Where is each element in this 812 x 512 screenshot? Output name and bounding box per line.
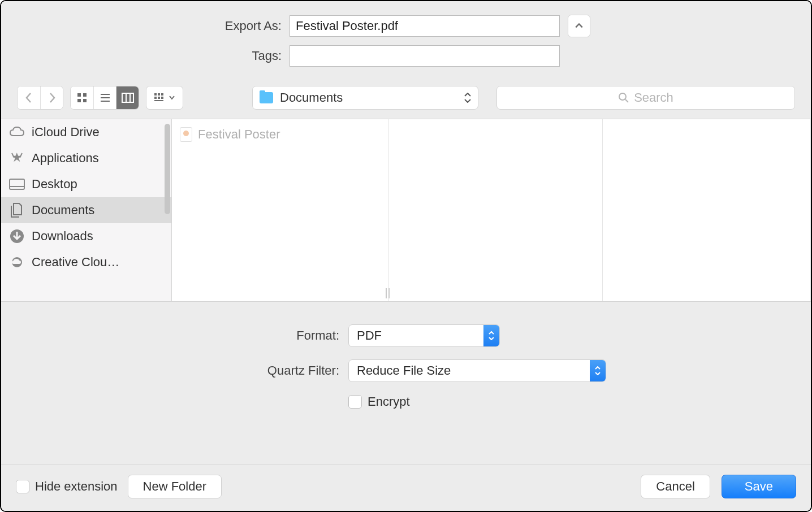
toolbar: Documents Search	[1, 77, 811, 119]
svg-rect-13	[154, 97, 157, 99]
quartz-filter-label: Quartz Filter:	[18, 363, 348, 378]
location-label: Documents	[280, 90, 464, 105]
browser-column-2	[389, 119, 603, 301]
header-section: Export As: Tags:	[1, 1, 811, 77]
columns-icon	[122, 93, 134, 103]
svg-rect-1	[83, 93, 87, 97]
nav-group	[17, 86, 63, 110]
svg-point-17	[619, 93, 626, 100]
documents-icon	[9, 203, 25, 217]
sidebar-item-label: iCloud Drive	[32, 125, 100, 140]
svg-rect-10	[154, 93, 157, 96]
sidebar-item-downloads[interactable]: Downloads	[1, 223, 171, 249]
location-popup[interactable]: Documents	[252, 86, 478, 110]
export-as-label: Export As:	[18, 19, 290, 33]
collapse-button[interactable]	[568, 15, 590, 37]
search-icon	[618, 92, 629, 103]
group-by-button[interactable]	[146, 86, 183, 110]
grid-icon	[76, 92, 88, 103]
sidebar-item-creative-cloud[interactable]: Creative Clou…	[1, 249, 171, 275]
browser-column-1: Festival Poster	[172, 119, 389, 301]
quartz-filter-value: Reduce File Size	[357, 363, 590, 378]
sidebar-item-icloud[interactable]: iCloud Drive	[1, 119, 171, 145]
search-field[interactable]: Search	[496, 86, 795, 110]
applications-icon	[9, 151, 25, 165]
file-item[interactable]: Festival Poster	[172, 124, 388, 145]
svg-rect-7	[122, 93, 133, 102]
sidebar: iCloud Drive Applications Desktop Docume…	[1, 119, 172, 301]
sidebar-item-label: Documents	[32, 203, 94, 218]
sidebar-scrollbar[interactable]	[165, 124, 170, 214]
svg-rect-19	[10, 179, 24, 189]
svg-rect-16	[154, 100, 163, 101]
forward-button[interactable]	[40, 86, 63, 109]
encrypt-checkbox[interactable]	[348, 395, 362, 409]
chevron-left-icon	[25, 92, 33, 103]
export-dialog: Export As: Tags:	[0, 0, 812, 512]
sidebar-item-label: Applications	[32, 151, 99, 166]
sidebar-item-applications[interactable]: Applications	[1, 145, 171, 171]
sidebar-item-label: Creative Clou…	[32, 255, 119, 270]
svg-rect-12	[161, 93, 163, 96]
file-icon	[180, 127, 192, 142]
desktop-icon	[9, 177, 25, 191]
footer-bar: Hide extension New Folder Cancel Save	[1, 464, 811, 511]
list-icon	[100, 92, 111, 103]
browser-column-3	[603, 119, 811, 301]
chevron-up-icon	[575, 22, 583, 30]
column-resize-handle[interactable]	[386, 288, 395, 299]
group-icon	[154, 93, 167, 102]
quartz-filter-select[interactable]: Reduce File Size	[348, 359, 606, 382]
chevron-right-icon	[48, 92, 56, 103]
format-label: Format:	[18, 328, 348, 343]
file-item-label: Festival Poster	[198, 127, 280, 142]
sidebar-item-label: Downloads	[32, 229, 93, 244]
icon-view-button[interactable]	[71, 86, 93, 109]
svg-rect-15	[161, 97, 163, 99]
svg-rect-3	[83, 99, 87, 102]
updown-arrows-icon	[464, 93, 471, 103]
new-folder-button[interactable]: New Folder	[128, 475, 222, 498]
format-value: PDF	[357, 328, 483, 343]
column-view-button[interactable]	[116, 86, 139, 109]
sidebar-item-label: Desktop	[32, 177, 77, 192]
save-button[interactable]: Save	[722, 475, 796, 498]
sidebar-item-desktop[interactable]: Desktop	[1, 171, 171, 197]
svg-rect-14	[158, 97, 160, 99]
select-arrows-icon	[483, 325, 499, 346]
svg-line-18	[625, 99, 628, 102]
creative-cloud-icon	[9, 255, 25, 269]
svg-rect-0	[77, 93, 81, 97]
hide-extension-label: Hide extension	[35, 479, 118, 494]
file-browser: iCloud Drive Applications Desktop Docume…	[1, 119, 811, 302]
chevron-down-icon	[169, 96, 175, 100]
options-section: Format: PDF Quartz Filter: Reduce File S…	[1, 302, 811, 439]
hide-extension-checkbox[interactable]	[16, 480, 29, 493]
back-button[interactable]	[18, 86, 40, 109]
svg-rect-11	[158, 93, 160, 96]
encrypt-label: Encrypt	[368, 394, 410, 409]
folder-icon	[260, 92, 273, 103]
export-as-input[interactable]	[290, 15, 560, 37]
select-arrows-icon	[590, 360, 606, 381]
view-mode-group	[70, 86, 139, 110]
sidebar-item-documents[interactable]: Documents	[1, 197, 171, 223]
cancel-button[interactable]: Cancel	[641, 475, 710, 498]
search-placeholder: Search	[634, 90, 673, 105]
list-view-button[interactable]	[93, 86, 116, 109]
format-select[interactable]: PDF	[348, 324, 500, 347]
downloads-icon	[9, 229, 25, 243]
tags-input[interactable]	[290, 45, 560, 67]
cloud-icon	[9, 125, 25, 139]
tags-label: Tags:	[18, 49, 290, 63]
svg-rect-2	[77, 99, 81, 102]
